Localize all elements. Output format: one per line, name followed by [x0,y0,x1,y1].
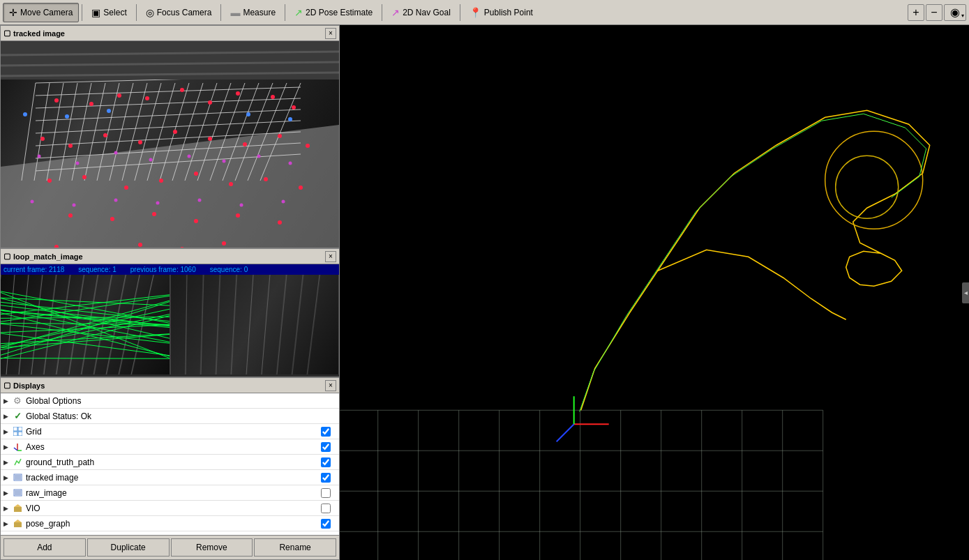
item-icon-6 [12,487,23,499]
item-label-4: ground_truth_path [26,457,321,467]
select-icon: ▣ [91,8,100,17]
main-content: ▢ tracked image × ▢ loop_match_image × c… [0,25,969,560]
tree-item-pose_graph[interactable]: ▶pose_graph [1,516,339,531]
item-checkbox-6[interactable] [321,488,331,498]
current-frame-label: current frame: 2118 [3,266,64,273]
item-label-1: Global Status: Ok [26,411,336,421]
tree-item-grid[interactable]: ▶Grid [1,424,339,439]
select-label: Select [103,8,126,17]
loop-match-left [1,275,170,374]
displays-tree: ▶⚙Global Options▶✓Global Status: Ok▶Grid… [1,393,339,535]
publish-point-button[interactable]: 📍 Publish Point [463,3,539,22]
focus-camera-button[interactable]: ◎ Focus Camera [140,3,218,22]
expand-arrow-2[interactable]: ▶ [3,428,12,435]
pose-2d-icon: ↗ [294,8,303,17]
item-label-5: tracked image [26,473,321,483]
pose-2d-button[interactable]: ↗ 2D Pose Estimate [288,3,379,22]
svg-rect-0 [13,427,17,431]
tracked-image-render [1,41,339,248]
item-checkbox-5[interactable] [321,473,331,483]
displays-window-icon: ▢ [3,381,10,390]
focus-camera-icon: ◎ [146,8,154,17]
expand-arrow-7[interactable]: ▶ [3,505,12,512]
view-toggle-button[interactable]: ◉ ▾ [944,4,966,21]
separator-4 [285,4,285,21]
item-icon-3 [12,441,23,453]
view-toggle-icon: ◉ [950,6,960,19]
displays-title-text: Displays [13,381,45,390]
add-button[interactable]: Add [3,538,86,557]
item-checkbox-4[interactable] [321,457,331,467]
expand-arrow-4[interactable]: ▶ [3,459,12,466]
item-checkbox-8[interactable] [321,519,331,529]
expand-arrow-8[interactable]: ▶ [3,520,12,527]
displays-buttons: Add Duplicate Remove Rename [1,535,339,559]
svg-rect-3 [18,432,22,436]
svg-rect-8 [15,475,21,480]
zoom-out-button[interactable]: − [926,4,942,21]
tree-item-axes[interactable]: ▶Axes [1,439,339,455]
item-label-6: raw_image [26,488,321,498]
nav-goal-label: 2D Nav Goal [403,8,451,17]
expand-arrow-6[interactable]: ▶ [3,490,12,497]
left-panel: ▢ tracked image × ▢ loop_match_image × c… [0,25,340,560]
remove-button[interactable]: Remove [171,538,253,557]
move-camera-button[interactable]: ✛ Move Camera [3,3,79,22]
zoom-in-button[interactable]: + [908,4,924,21]
sequence-previous-label: sequence: 0 [210,266,248,273]
previous-frame-label: previous frame: 1060 [130,266,196,273]
item-checkbox-2[interactable] [321,427,331,437]
measure-button[interactable]: ▬ Measure [224,3,282,22]
select-button[interactable]: ▣ Select [85,3,133,22]
item-checkbox-7[interactable] [321,504,331,513]
tracked-image-window-icon: ▢ [3,29,10,38]
separator-1 [82,4,82,21]
publish-point-label: Publish Point [484,8,533,17]
svg-rect-2 [13,432,17,436]
tree-item-ground_truth_path[interactable]: ▶ground_truth_path [1,455,339,470]
rename-button[interactable]: Rename [254,538,336,557]
move-camera-icon: ✛ [9,8,17,17]
loop-match-title-bar: ▢ loop_match_image [3,252,83,261]
tracked-image-window: ▢ tracked image × [0,25,340,248]
zoom-in-icon: + [912,6,919,19]
item-icon-4 [12,457,23,468]
tracked-image-close-button[interactable]: × [325,28,336,39]
svg-marker-12 [14,504,22,507]
tree-item-vio[interactable]: ▶VIO [1,501,339,516]
item-label-0: Global Options [26,396,336,406]
item-icon-2 [12,426,23,437]
nav-goal-button[interactable]: ↗ 2D Nav Goal [385,3,457,22]
loop-match-right [170,275,340,374]
expand-arrow-1[interactable]: ▶ [3,413,12,420]
item-label-7: VIO [26,504,321,513]
item-checkbox-3[interactable] [321,442,331,452]
displays-panel: ▢ Displays × ▶⚙Global Options▶✓Global St… [0,377,340,560]
tree-item-global-status:-ok[interactable]: ▶✓Global Status: Ok [1,409,339,424]
collapse-handle[interactable]: ◂ [962,282,969,303]
expand-arrow-5[interactable]: ▶ [3,474,12,481]
tree-item-global-options[interactable]: ▶⚙Global Options [1,393,339,409]
svg-marker-14 [14,520,22,522]
tree-item-tracked-image[interactable]: ▶tracked image [1,470,339,485]
svg-rect-1 [18,427,22,431]
item-label-8: pose_graph [26,519,321,529]
expand-arrow-0[interactable]: ▶ [3,398,12,404]
svg-rect-13 [14,522,22,527]
duplicate-button[interactable]: Duplicate [87,538,170,557]
displays-close-button[interactable]: × [325,380,336,391]
tracked-image-title-bar: ▢ tracked image [3,29,65,38]
loop-match-close-button[interactable]: × [325,251,336,262]
loop-match-titlebar: ▢ loop_match_image × [1,249,339,264]
tracked-image-titlebar: ▢ tracked image × [1,26,339,41]
publish-point-icon: 📍 [470,8,481,17]
3d-view[interactable]: ◂ [340,25,969,560]
expand-arrow-3[interactable]: ▶ [3,444,12,451]
loop-left-render [1,275,170,374]
loop-match-window-icon: ▢ [3,252,10,261]
sequence-current-label: sequence: 1 [78,266,117,273]
measure-icon: ▬ [230,8,240,17]
loop-match-content [1,275,339,374]
item-icon-8 [12,518,23,529]
tree-item-raw_image[interactable]: ▶raw_image [1,485,339,501]
